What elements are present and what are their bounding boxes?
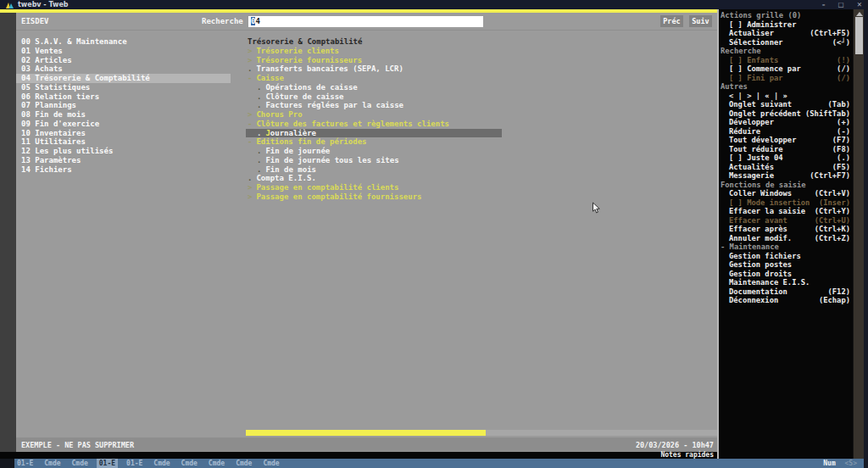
taskbar-item[interactable]: Cmde	[42, 459, 63, 468]
search-label: Recherche	[202, 17, 243, 25]
close-button[interactable]: ✕	[857, 0, 862, 9]
action-item[interactable]: Coller Windows(Ctrl+V)	[721, 189, 850, 198]
taskbar-item[interactable]: Cmde	[151, 459, 172, 468]
submenu-item[interactable]: .Compta E.I.S.	[246, 174, 717, 183]
action-item[interactable]: Onglet précédent(ShiftTab)	[721, 109, 850, 119]
scroll-up-icon[interactable]	[856, 12, 863, 16]
search-input[interactable]: 04	[248, 16, 483, 27]
action-item[interactable]: [ ] Administrer	[721, 20, 850, 30]
taskbar-item[interactable]: 01-E	[124, 459, 145, 468]
menu-item-07[interactable]: 07 Plannings	[16, 101, 246, 110]
action-item[interactable]: Déconnexion(Echap)	[721, 296, 850, 305]
submenu-item[interactable]: .Journalière	[246, 129, 502, 138]
action-item[interactable]: Sélectionner(<┘)	[721, 38, 850, 47]
minimize-button[interactable]: –	[822, 0, 826, 9]
taskbar-item[interactable]: Cmde	[260, 459, 281, 468]
submenu-item[interactable]: .Fin de mois	[246, 165, 717, 175]
submenu-item[interactable]: .Clôture de caisse	[246, 92, 717, 102]
menu-item-05[interactable]: 05 Statistiques	[16, 83, 246, 92]
menu-item-10[interactable]: 10 Inventaires	[16, 129, 246, 138]
action-item[interactable]: Actualités(F5)	[721, 163, 850, 172]
numlock-indicator: Num	[823, 460, 835, 467]
menu-item-12[interactable]: 12 Les plus utilisés	[16, 147, 246, 156]
submenu-item-label: Fin de journée tous les sites	[265, 156, 398, 165]
action-label: Gestion fichiers	[729, 252, 801, 261]
action-item[interactable]: [ ] Juste 04(.)	[721, 153, 850, 163]
action-shortcut: (Inser)	[819, 198, 850, 208]
menu-item-06[interactable]: 06 Relation tiers	[16, 92, 246, 102]
submenu-item[interactable]: .Opérations de caisse	[246, 83, 717, 92]
menu-item-03[interactable]: 03 Achats	[16, 64, 246, 74]
submenu-item-label: Factures réglées par la caisse	[265, 101, 403, 110]
action-label: Gestion postes	[729, 260, 792, 270]
action-item[interactable]: Onglet suivant(Tab)	[721, 100, 850, 109]
action-item[interactable]: Gestion postes	[721, 260, 850, 270]
taskbar-item[interactable]: 01-E	[14, 459, 36, 468]
taskbar-item[interactable]: Cmde	[70, 459, 91, 468]
action-item[interactable]: Développer(+)	[721, 118, 850, 127]
submenu-item[interactable]: -Clôture des factures et règlements clie…	[246, 120, 717, 129]
action-item[interactable]: Documentation(F12)	[721, 287, 850, 297]
submenu-item[interactable]: >Trésorerie clients	[246, 47, 717, 56]
item-prefix-icon: .	[257, 129, 261, 138]
action-item[interactable]: Effacer après(Ctrl+K)	[721, 225, 850, 234]
menu-item-09[interactable]: 09 Fin d'exercice	[16, 120, 246, 129]
submenu-item[interactable]: >Passage en comptabilité fournisseurs	[246, 192, 717, 202]
previous-button[interactable]: Préc	[660, 15, 683, 27]
menu-item-00[interactable]: 00 S.A.V. & Maintenance	[16, 37, 246, 47]
submenu-item[interactable]: >Chorus Pro	[246, 110, 717, 120]
scrollbar-thumb[interactable]	[855, 17, 863, 54]
action-label: Effacer avant	[729, 216, 787, 226]
notes-rapides-label[interactable]: Notes rapides	[660, 452, 714, 459]
submenu-item[interactable]: -Caisse	[246, 74, 717, 83]
taskbar-item[interactable]: Cmde	[233, 459, 254, 468]
horizontal-scrollbar[interactable]	[246, 430, 717, 436]
action-item: Effacer avant(Ctrl+U)	[721, 216, 850, 226]
taskbar-item[interactable]: Cmde	[206, 459, 227, 468]
action-shortcut: (Ctrl+F7)	[810, 171, 850, 181]
vertical-scrollbar[interactable]	[853, 9, 864, 468]
action-item[interactable]: Réduire(-)	[721, 127, 850, 136]
submenu-item[interactable]: >Trésorerie fournisseurs	[246, 56, 717, 65]
menu-item-04[interactable]: 04 Trésorerie & Comptabilité	[16, 74, 231, 83]
action-item[interactable]: [ ] Commence par(/)	[721, 64, 850, 74]
menu-item-11[interactable]: 11 Utilitaires	[16, 137, 246, 147]
submenu-item[interactable]: .Fin de journée	[246, 147, 717, 156]
action-shortcut: (Tab)	[828, 100, 850, 109]
submenu-item[interactable]: >Passage en comptabilité clients	[246, 183, 717, 192]
action-label: Effacer après	[729, 225, 787, 234]
window-right-edge	[864, 0, 868, 468]
actions-panel: Actions grille (0)[ ] AdministrerActuali…	[717, 9, 853, 459]
notes-row: Notes rapides	[0, 452, 717, 459]
horizontal-scrollbar-thumb[interactable]	[246, 430, 486, 436]
menu-item-01[interactable]: 01 Ventes	[16, 47, 246, 56]
action-item[interactable]: Effacer la saisie(Ctrl+Y)	[721, 207, 850, 216]
menu-item-14[interactable]: 14 Fichiers	[16, 165, 246, 175]
taskbar-item[interactable]: 01-E	[97, 459, 118, 468]
menu-item-02[interactable]: 02 Articles	[16, 56, 246, 65]
next-button[interactable]: Suiv	[689, 15, 712, 27]
actions-list: Actions grille (0)[ ] AdministrerActuali…	[721, 11, 850, 305]
action-item[interactable]: Gestion fichiers	[721, 252, 850, 261]
item-prefix-icon: >	[248, 183, 252, 192]
submenu-item[interactable]: .Transferts bancaires (SEPA, LCR)	[246, 64, 717, 74]
menu-item-13[interactable]: 13 Paramètres	[16, 156, 246, 165]
action-item[interactable]: Maintenance E.I.S.	[721, 278, 850, 287]
action-shortcut: (<┘)	[832, 38, 850, 47]
top-bar: EISDEV Recherche 04 Préc Suiv	[16, 13, 717, 31]
actions-section-header: Autres	[721, 82, 850, 92]
action-item[interactable]: Annuler modif.(Ctrl+Z)	[721, 234, 850, 243]
action-item[interactable]: Tout développer(F7)	[721, 136, 850, 145]
maximize-button[interactable]: □	[838, 0, 844, 9]
taskbar-item[interactable]: Cmde	[179, 459, 200, 468]
menu-item-08[interactable]: 08 Fin de mois	[16, 110, 246, 120]
action-item[interactable]: Messagerie(Ctrl+F7)	[721, 171, 850, 181]
submenu-item[interactable]: -Editions fin de périodes	[246, 137, 717, 147]
action-item[interactable]: Actualiser(Ctrl+F5)	[721, 29, 850, 38]
action-item[interactable]: Tout réduire(F8)	[721, 145, 850, 154]
submenu-item[interactable]: .Factures réglées par la caisse	[246, 101, 717, 110]
submenu-item[interactable]: .Fin de journée tous les sites	[246, 156, 717, 165]
submenu-item-label: Editions fin de périodes	[256, 137, 366, 147]
action-item[interactable]: Gestion droits	[721, 270, 850, 279]
action-item[interactable]: < | > | « | »	[721, 92, 850, 101]
